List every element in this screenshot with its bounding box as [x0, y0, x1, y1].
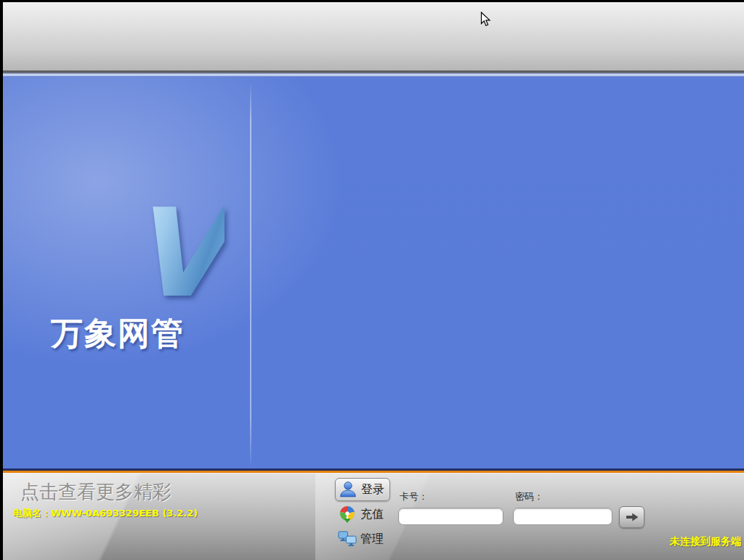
logo-name-text: 万象网管	[51, 312, 185, 355]
password-label: 密码 :	[515, 490, 541, 503]
recharge-button-label: 充值	[360, 507, 384, 522]
user-icon	[339, 480, 357, 499]
footer-bar: 点击查看更多精彩 电脑名：WWW-0A693329EEB (3.2.2) 登录	[3, 473, 744, 560]
vertical-divider-line	[250, 83, 251, 464]
recharge-button[interactable]: 充值	[335, 503, 390, 526]
card-number-input[interactable]	[398, 508, 504, 525]
login-button-label: 登录	[361, 482, 384, 498]
password-input[interactable]	[513, 508, 612, 525]
brand-logo: V 万象网管	[46, 196, 250, 385]
computer-name-text: 电脑名：WWW-0A693329EEB (3.2.2)	[13, 507, 198, 520]
client-login-screen: V 万象网管 点击查看更多精彩 电脑名：WWW-0A693329EEB (3.2…	[0, 0, 744, 560]
promo-link[interactable]: 点击查看更多精彩	[20, 479, 171, 505]
card-number-label: 卡号 :	[400, 490, 425, 503]
window-frame-top	[0, 0, 744, 2]
manage-button[interactable]: 管理	[335, 527, 390, 551]
top-gray-band	[3, 2, 744, 73]
mouse-cursor-icon	[480, 12, 491, 31]
recharge-icon	[338, 505, 357, 524]
login-button[interactable]: 登录	[335, 478, 390, 501]
manage-button-label: 管理	[360, 532, 384, 547]
computers-icon	[338, 529, 357, 548]
connection-status-text: 未连接到服务端	[670, 535, 741, 548]
arrow-right-icon	[625, 512, 639, 522]
desktop-background: V 万象网管	[3, 73, 744, 468]
blue-top-highlight	[3, 73, 744, 77]
submit-login-button[interactable]	[619, 506, 644, 528]
logo-v-glyph: V	[130, 192, 225, 315]
